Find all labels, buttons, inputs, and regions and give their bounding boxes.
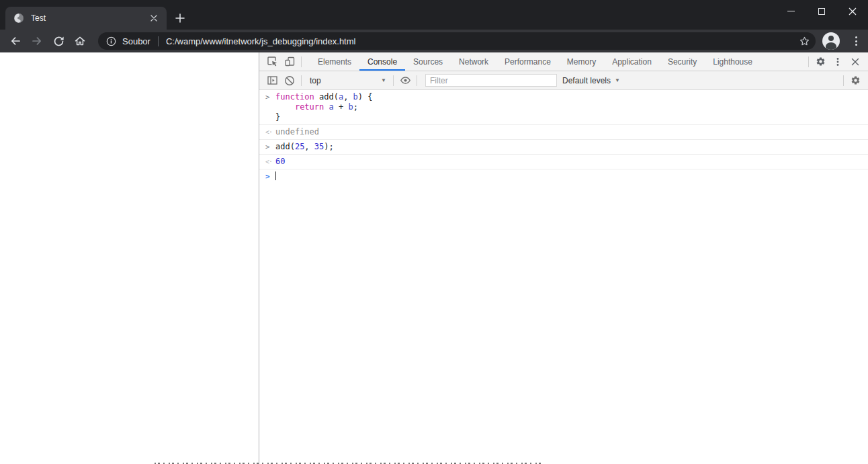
new-tab-button[interactable] (171, 9, 189, 28)
navigation-toolbar: Soubor C:/wamp/www/itnetwork/js_debuggin… (0, 30, 868, 52)
devtools-tab-application[interactable]: Application (604, 52, 660, 71)
browser-tab[interactable]: Test (5, 7, 167, 30)
maximize-button[interactable] (806, 0, 837, 22)
browser-menu-button[interactable] (848, 33, 864, 49)
browser-window: { "window": { "tab_title": "Test" }, "br… (0, 0, 868, 464)
console-toolbar-right (840, 72, 868, 89)
devtools-tab-memory[interactable]: Memory (559, 52, 604, 71)
clear-console-button[interactable] (281, 72, 298, 89)
result-arrow-icon: <· (259, 157, 275, 167)
console-sidebar-button[interactable] (263, 72, 281, 89)
toolbar-separator (843, 75, 844, 86)
close-icon (851, 58, 859, 66)
chevron-down-icon: ▼ (615, 78, 620, 83)
devtools-tab-sources[interactable]: Sources (405, 52, 451, 71)
clear-console-icon (284, 75, 295, 86)
home-button[interactable] (72, 33, 88, 49)
command-chevron-icon: > (259, 92, 275, 122)
security-label: Soubor (122, 36, 150, 46)
devtools-settings-button[interactable] (812, 53, 829, 71)
close-window-button[interactable] (837, 0, 868, 22)
devtools-tab-network[interactable]: Network (451, 52, 496, 71)
command-chevron-icon: > (259, 142, 275, 152)
console-entry-command: >add(25, 35); (259, 140, 868, 155)
forward-button[interactable] (29, 33, 45, 49)
back-button[interactable] (7, 33, 24, 49)
tab-close-icon[interactable] (148, 12, 160, 24)
devtools-tab-security[interactable]: Security (660, 52, 705, 71)
result-arrow-icon: <· (259, 127, 275, 137)
devtools-close-button[interactable] (847, 53, 864, 71)
profile-avatar[interactable] (822, 32, 840, 50)
titlebar: Test (0, 0, 868, 30)
devtools-tab-console[interactable]: Console (359, 52, 405, 71)
maximize-icon (818, 8, 825, 15)
toolbar-separator (301, 56, 302, 67)
content-area: ElementsConsoleSourcesNetworkPerformance… (0, 52, 868, 464)
minimize-icon (787, 11, 795, 12)
prompt-chevron-icon: > (259, 171, 275, 182)
inspect-element-button[interactable] (263, 53, 281, 71)
console-toolbar: top ▼ Default levels ▼ (259, 71, 868, 90)
toolbar-separator (393, 75, 394, 86)
console-messages[interactable]: >function add(a, b) { return a + b;}<·un… (259, 90, 868, 184)
log-levels-dropdown[interactable]: Default levels ▼ (562, 76, 620, 85)
gear-icon (851, 75, 861, 85)
console-entry-result: <·60 (259, 155, 868, 169)
tab-favicon-globe-icon (13, 13, 24, 24)
close-icon (849, 7, 857, 15)
bookmark-star-icon[interactable] (799, 36, 810, 47)
context-label: top (310, 76, 321, 85)
reload-button[interactable] (50, 33, 67, 49)
toolbar-separator (417, 75, 417, 86)
toolbar-separator (301, 75, 302, 86)
devtools-tabbar-right (806, 53, 868, 71)
device-toolbar-icon (284, 56, 296, 67)
devtools-tabs: ElementsConsoleSourcesNetworkPerformance… (310, 52, 761, 71)
kebab-menu-icon (833, 57, 842, 67)
console-settings-button[interactable] (847, 72, 864, 89)
tab-title: Test (31, 13, 148, 23)
home-icon (74, 35, 86, 47)
devtools-tab-lighthouse[interactable]: Lighthouse (705, 52, 761, 71)
url-text[interactable]: C:/wamp/www/itnetwork/js_debugging/index… (166, 36, 799, 46)
minimize-button[interactable] (775, 0, 806, 22)
console-entry-command: >function add(a, b) { return a + b;} (259, 90, 868, 125)
devtools-panel: ElementsConsoleSourcesNetworkPerformance… (259, 52, 868, 464)
devtools-menu-button[interactable] (829, 53, 847, 71)
address-bar[interactable]: Soubor C:/wamp/www/itnetwork/js_debuggin… (98, 32, 816, 50)
device-toolbar-button[interactable] (281, 53, 298, 71)
devtools-tab-elements[interactable]: Elements (310, 52, 359, 71)
back-arrow-icon (9, 35, 21, 47)
inspect-cursor-icon (267, 56, 278, 67)
filter-input[interactable] (425, 74, 557, 87)
toolbar-separator (808, 56, 809, 67)
console-sidebar-icon (267, 75, 278, 86)
address-divider (158, 36, 159, 46)
gear-icon (816, 56, 826, 67)
live-expression-button[interactable] (396, 72, 414, 89)
devtools-tabbar: ElementsConsoleSourcesNetworkPerformance… (259, 52, 868, 71)
levels-label: Default levels (562, 76, 611, 85)
console-entry-result-muted: <·undefined (259, 125, 868, 140)
window-controls (775, 0, 868, 22)
devtools-tab-performance[interactable]: Performance (496, 52, 559, 71)
reload-icon (53, 36, 64, 47)
page-info-icon[interactable] (106, 36, 116, 46)
console-entry-prompt[interactable]: > (259, 169, 868, 184)
chevron-down-icon: ▼ (381, 78, 386, 83)
page-viewport (0, 52, 259, 464)
avatar-person-icon (828, 36, 834, 41)
text-cursor (275, 171, 276, 180)
execution-context-selector[interactable]: top ▼ (304, 76, 390, 85)
forward-arrow-icon (31, 35, 43, 47)
eye-icon (400, 75, 411, 86)
